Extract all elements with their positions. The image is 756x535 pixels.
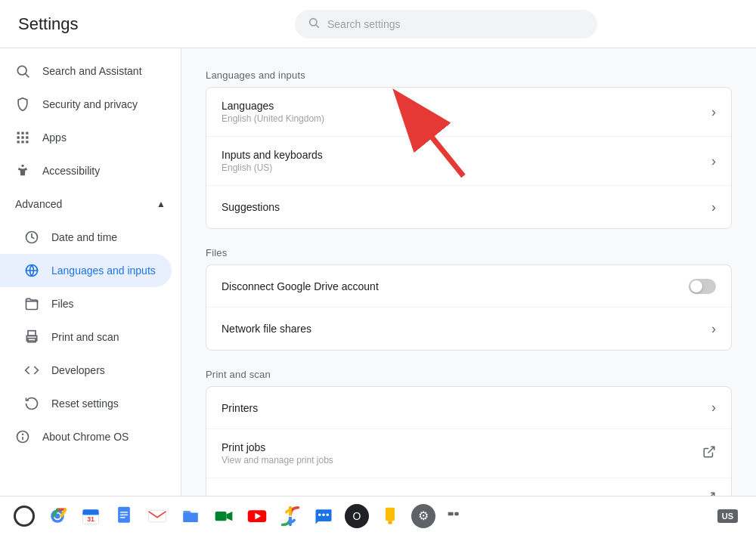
svg-rect-12 — [26, 141, 28, 143]
taskbar-lang[interactable]: US — [717, 501, 747, 531]
taskbar-meet[interactable] — [209, 501, 239, 531]
taskbar-keep[interactable] — [375, 501, 405, 531]
svg-point-42 — [318, 513, 321, 516]
suggestions-row-text: Suggestions — [222, 201, 705, 213]
svg-point-44 — [327, 513, 330, 516]
svg-line-21 — [708, 447, 714, 453]
content-wrapper: Languages and inputs Languages English (… — [206, 70, 732, 496]
sidebar-item-search-assistant[interactable]: Search and Assistant — [0, 54, 172, 88]
main-content: Search and Assistant Security and privac… — [0, 48, 756, 496]
messages-icon — [313, 506, 334, 527]
sidebar-item-reset[interactable]: Reset settings — [0, 387, 172, 420]
print-jobs-row[interactable]: Print jobs View and manage print jobs — [206, 429, 731, 478]
scan-label: Scan — [222, 493, 696, 496]
taskbar-avatar-icon[interactable]: O — [342, 501, 372, 531]
search-bar[interactable] — [295, 10, 597, 39]
svg-rect-6 — [26, 132, 28, 135]
sidebar-label-apps: Apps — [42, 131, 67, 144]
sidebar-item-date-time[interactable]: Date and time — [0, 221, 172, 254]
languages-label: Languages — [222, 100, 705, 112]
taskbar-settings-icon[interactable]: ⚙ — [408, 501, 438, 531]
sidebar-item-files[interactable]: Files — [0, 287, 172, 320]
svg-rect-38 — [215, 511, 227, 520]
network-chevron-icon: › — [711, 321, 716, 337]
network-shares-row[interactable]: Network file shares › — [206, 308, 731, 350]
print-jobs-sublabel: View and manage print jobs — [222, 455, 696, 465]
search-icon — [308, 17, 320, 32]
sidebar-label-languages: Languages and inputs — [51, 264, 156, 277]
print-jobs-label: Print jobs — [222, 441, 696, 453]
taskbar-gmail[interactable] — [142, 501, 172, 531]
sidebar-item-accessibility[interactable]: Accessibility — [0, 154, 172, 187]
sidebar-item-print[interactable]: Print and scan — [0, 320, 172, 354]
svg-rect-37 — [149, 510, 166, 522]
taskbar-files-app[interactable] — [175, 501, 206, 531]
taskbar-messages[interactable] — [308, 501, 339, 531]
languages-chevron-icon: › — [711, 104, 716, 120]
printers-row[interactable]: Printers › — [206, 387, 731, 429]
disconnect-toggle[interactable] — [689, 279, 716, 294]
inputs-row-text: Inputs and keyboards English (US) — [222, 149, 705, 173]
svg-point-43 — [322, 513, 325, 516]
meet-icon — [213, 506, 234, 527]
taskbar-youtube[interactable] — [242, 501, 272, 531]
svg-rect-34 — [120, 511, 129, 512]
folder-icon — [24, 296, 39, 311]
sidebar-item-security[interactable]: Security and privacy — [0, 88, 172, 121]
taskbar-system[interactable] — [442, 501, 472, 531]
keep-icon — [380, 506, 401, 527]
disconnect-drive-row[interactable]: Disconnect Google Drive account — [206, 265, 731, 308]
languages-card: Languages English (United Kingdom) › Inp… — [206, 87, 732, 229]
reset-icon — [24, 396, 39, 411]
files-icon — [180, 506, 201, 527]
inputs-chevron-icon: › — [711, 153, 716, 169]
svg-line-1 — [316, 25, 319, 28]
languages-row-text: Languages English (United Kingdom) — [222, 100, 705, 124]
sidebar-item-developers[interactable]: Developers — [0, 354, 172, 387]
system-tray-icon — [446, 506, 467, 527]
network-label: Network file shares — [222, 323, 705, 335]
sidebar-label-accessibility: Accessibility — [42, 165, 100, 177]
svg-rect-8 — [21, 136, 23, 138]
sidebar-label-developers: Developers — [51, 364, 105, 376]
gmail-icon — [147, 506, 168, 527]
header: Settings — [0, 0, 756, 48]
taskbar-dot[interactable] — [9, 501, 39, 531]
sidebar-item-languages[interactable]: Languages and inputs — [0, 254, 172, 287]
info-icon — [15, 429, 30, 444]
svg-rect-31 — [83, 512, 99, 515]
taskbar-photos[interactable] — [275, 501, 305, 531]
taskbar-chrome[interactable] — [42, 501, 73, 531]
svg-rect-4 — [17, 132, 20, 135]
svg-text:31: 31 — [87, 515, 94, 523]
sidebar-item-apps[interactable]: Apps — [0, 121, 172, 154]
sidebar-label-about: About Chrome OS — [42, 431, 129, 443]
scan-row[interactable]: Scan — [206, 478, 731, 496]
taskbar-docs[interactable] — [109, 501, 139, 531]
print-jobs-external-icon — [702, 445, 716, 462]
suggestions-label: Suggestions — [222, 201, 705, 213]
languages-row[interactable]: Languages English (United Kingdom) › — [206, 88, 731, 137]
printers-row-text: Printers — [222, 402, 705, 414]
svg-rect-5 — [21, 132, 23, 135]
taskbar-calendar[interactable]: 31 — [76, 501, 106, 531]
inputs-keyboards-row[interactable]: Inputs and keyboards English (US) › — [206, 137, 731, 186]
sidebar: Search and Assistant Security and privac… — [0, 48, 181, 496]
accessibility-icon — [15, 163, 30, 178]
search-input[interactable] — [327, 18, 584, 30]
search-assistant-icon — [15, 63, 30, 79]
advanced-section-header[interactable]: Advanced ▲ — [0, 187, 181, 221]
suggestions-row[interactable]: Suggestions › — [206, 186, 731, 228]
svg-rect-11 — [21, 141, 23, 143]
svg-rect-46 — [388, 521, 392, 524]
language-badge: US — [717, 509, 738, 523]
sidebar-label-files: Files — [51, 298, 74, 310]
dot-icon — [14, 506, 35, 527]
svg-rect-48 — [454, 512, 458, 515]
sidebar-label-security: Security and privacy — [42, 98, 138, 110]
youtube-icon — [246, 506, 268, 527]
svg-rect-45 — [386, 507, 395, 521]
sidebar-item-about[interactable]: About Chrome OS — [0, 420, 172, 453]
shield-icon — [15, 97, 30, 112]
files-card: Disconnect Google Drive account Network … — [206, 264, 732, 351]
